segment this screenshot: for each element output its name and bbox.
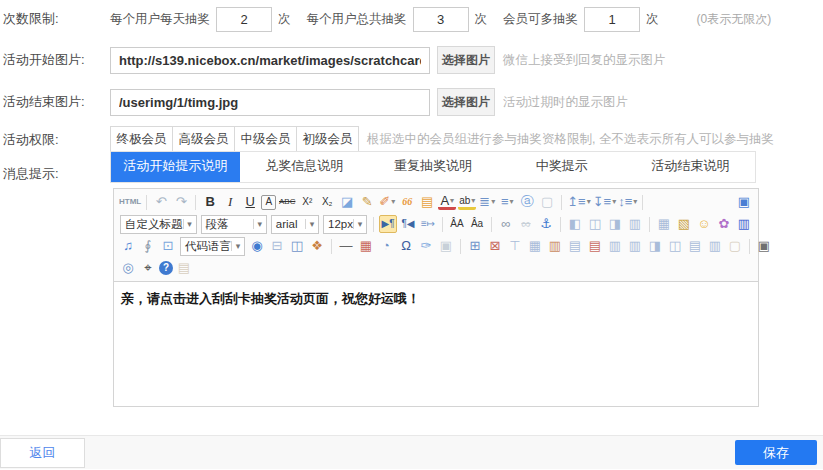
find-replace-icon[interactable]: ⌖ — [139, 259, 157, 277]
screen-monitor-icon[interactable]: ▣ — [437, 237, 455, 255]
insert-image-icon[interactable]: ▦ — [655, 215, 673, 233]
ordered-list-icon[interactable]: ≣▾ — [478, 193, 496, 211]
align-center-icon[interactable]: ◫ — [586, 215, 604, 233]
delete-table-icon[interactable]: ⊠ — [486, 237, 504, 255]
insert-date-icon[interactable]: ▦ — [357, 237, 375, 255]
end-image-url-input[interactable] — [110, 89, 430, 116]
editor-content[interactable]: 亲，请点击进入刮刮卡抽奖活动页面，祝您好运哦！ — [114, 282, 758, 406]
custom-title-select[interactable]: 自定义标题▾ — [120, 215, 197, 234]
insert-frame-icon[interactable]: ⊡ — [159, 237, 177, 255]
indent-icon[interactable]: ≡↦ — [419, 215, 437, 233]
attachment-icon[interactable]: ∮ — [139, 237, 157, 255]
font-family-select[interactable]: arial▾ — [271, 215, 319, 234]
paragraph-top-spacing-icon[interactable]: ↥≡▾ — [567, 193, 591, 211]
code-language-select[interactable]: 代码语言▾ — [180, 237, 245, 256]
edit-image-icon[interactable]: ✑ — [417, 237, 435, 255]
end-image-pick-button[interactable]: 选择图片 — [437, 88, 495, 116]
html-source-button[interactable]: HTML — [119, 193, 141, 211]
senior-member-button[interactable]: 高级会员 — [172, 126, 235, 153]
underline-icon[interactable]: U — [241, 193, 259, 211]
back-button[interactable]: 返回 — [0, 438, 85, 468]
message-tab[interactable]: 活动结束说明 — [626, 152, 755, 182]
member-extra-draw-input[interactable] — [584, 7, 640, 32]
to-uppercase-icon[interactable]: ÂA — [448, 215, 466, 233]
online-image-icon[interactable]: ▧ — [675, 215, 693, 233]
video-icon[interactable]: ▥ — [735, 215, 753, 233]
insert-table-icon[interactable]: ⊞ — [466, 237, 484, 255]
junior-member-button[interactable]: 初级会员 — [296, 126, 359, 153]
italic-icon[interactable]: I — [221, 193, 239, 211]
link-icon[interactable]: ∞ — [497, 215, 515, 233]
ltr-direction-icon[interactable]: ▶¶ — [379, 215, 397, 233]
message-tab[interactable]: 兑奖信息说明 — [240, 152, 369, 182]
to-lowercase-icon[interactable]: Âa — [468, 215, 486, 233]
map-icon[interactable]: ◉ — [248, 237, 266, 255]
special-chars-icon[interactable]: Ω — [397, 237, 415, 255]
start-image-pick-button[interactable]: 选择图片 — [437, 46, 495, 74]
format-painter-icon[interactable]: ✎ — [358, 193, 376, 211]
start-image-url-input[interactable] — [110, 47, 430, 74]
toolbar-separator — [146, 195, 147, 210]
avg-distribute-cols-icon[interactable]: ▥ — [706, 237, 724, 255]
total-draw-input[interactable] — [413, 7, 469, 32]
rtl-direction-icon[interactable]: ¶◀ — [399, 215, 417, 233]
split-cells-icon[interactable]: ▥ — [546, 237, 564, 255]
template-icon[interactable]: ◫ — [288, 237, 306, 255]
superscript-icon[interactable]: X² — [298, 193, 316, 211]
insert-row-icon[interactable]: ▤ — [566, 237, 584, 255]
merge-right-icon[interactable]: ◨ — [646, 237, 664, 255]
anchor-icon[interactable]: ⚓ — [537, 215, 555, 233]
unordered-list-icon[interactable]: ≡▾ — [498, 193, 516, 211]
align-right-icon[interactable]: ◨ — [606, 215, 624, 233]
snapscreen-icon[interactable]: ❖ — [308, 237, 326, 255]
message-tab[interactable]: 重复抽奖说明 — [369, 152, 498, 182]
bold-icon[interactable]: B — [201, 193, 219, 211]
horizontal-rule-icon[interactable]: — — [337, 237, 355, 255]
avg-distribute-rows-icon[interactable]: ▤ — [686, 237, 704, 255]
help-icon[interactable]: ? — [159, 261, 173, 275]
delete-row-icon[interactable]: ▤ — [586, 237, 604, 255]
paste-text-icon[interactable]: ▤ — [418, 193, 436, 211]
message-tab[interactable]: 活动开始提示说明 — [111, 152, 240, 182]
ultimate-member-button[interactable]: 终极会员 — [110, 126, 173, 153]
music-icon[interactable]: ♫ — [119, 237, 137, 255]
redo-icon[interactable]: ↷ — [172, 193, 190, 211]
font-size-select[interactable]: 12px▾ — [323, 215, 367, 234]
anchor-inline-icon[interactable]: ⓐ — [518, 193, 536, 211]
middle-member-button[interactable]: 中级会员 — [234, 126, 297, 153]
blank-doc-icon[interactable]: ▢ — [538, 193, 556, 211]
paragraph-bottom-spacing-icon[interactable]: ↧≡▾ — [593, 193, 617, 211]
toolbar-separator — [642, 195, 643, 210]
unlink-icon[interactable]: ∞ — [517, 215, 535, 233]
highlight-color-icon[interactable]: ab▾ — [458, 194, 476, 210]
preview-icon[interactable]: ◎ — [119, 259, 137, 277]
align-justify-icon[interactable]: ▥ — [626, 215, 644, 233]
merge-down-icon[interactable]: ◫ — [666, 237, 684, 255]
blockquote-icon[interactable]: 66 — [398, 193, 416, 211]
preview-monitor-icon[interactable]: ▣ — [735, 193, 753, 211]
merge-cells-icon[interactable]: ▦ — [526, 237, 544, 255]
subscript-icon[interactable]: X₂ — [318, 193, 336, 211]
scrawl-icon[interactable]: ✿ — [715, 215, 733, 233]
paragraph-format-select[interactable]: 段落▾ — [201, 215, 267, 234]
doc-icon[interactable]: ▢ — [726, 237, 744, 255]
message-tab[interactable]: 中奖提示 — [497, 152, 626, 182]
undo-icon[interactable]: ↶ — [152, 193, 170, 211]
insert-time-icon[interactable]: ◔ — [377, 237, 395, 255]
table-title-icon[interactable]: ⊤ — [506, 237, 524, 255]
paste-icon[interactable]: ▤ — [175, 259, 193, 277]
print-icon[interactable]: ▣ — [755, 237, 773, 255]
quick-format-icon[interactable]: ✐▾ — [378, 193, 396, 211]
line-height-icon[interactable]: ↕≡▾ — [618, 193, 637, 211]
font-color-icon[interactable]: A▾ — [438, 194, 456, 210]
strikethrough-icon[interactable]: ABC — [278, 193, 296, 211]
remove-format-icon[interactable]: ◪ — [338, 193, 356, 211]
page-break-icon[interactable]: ⊟ — [268, 237, 286, 255]
align-left-icon[interactable]: ◧ — [566, 215, 584, 233]
daily-draw-input[interactable] — [216, 7, 272, 32]
delete-col-icon[interactable]: ▥ — [626, 237, 644, 255]
save-button[interactable]: 保存 — [735, 440, 817, 465]
insert-col-icon[interactable]: ▥ — [606, 237, 624, 255]
emotion-icon[interactable]: ☺ — [695, 215, 713, 233]
bordered-text-icon[interactable]: A — [261, 195, 276, 210]
